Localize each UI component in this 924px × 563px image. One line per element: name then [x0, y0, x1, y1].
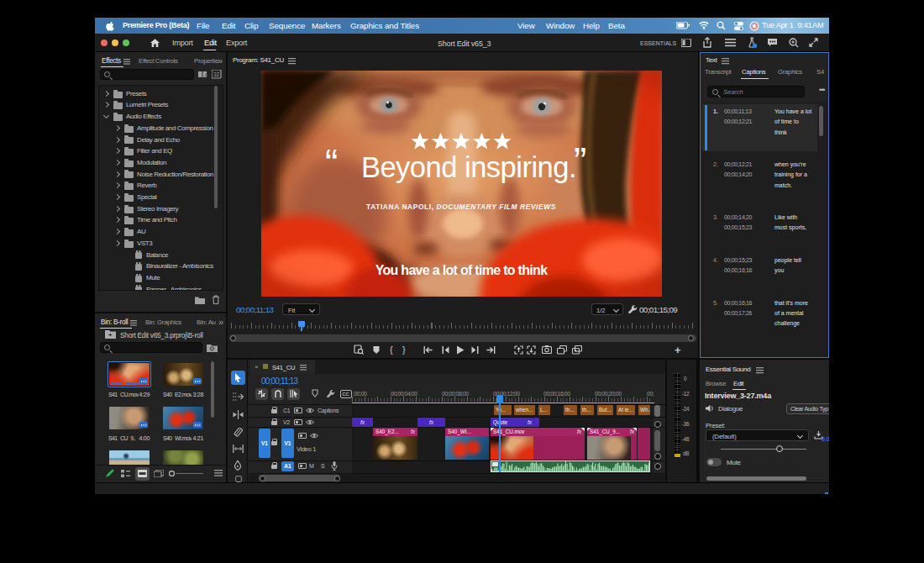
svg-text:32: 32	[213, 71, 220, 77]
